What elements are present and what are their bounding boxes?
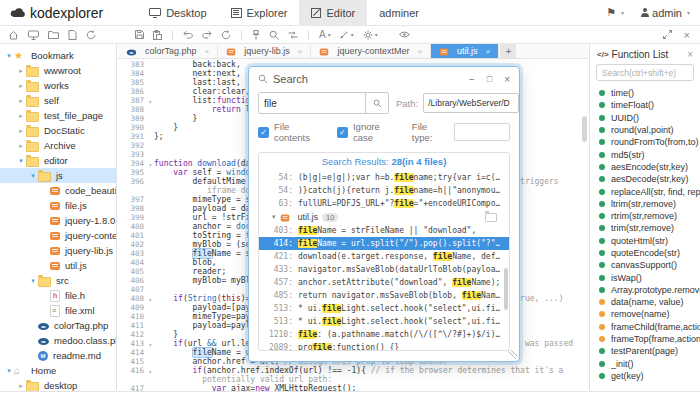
line-number[interactable]: 394▾ — [118, 159, 154, 168]
tree-item-src[interactable]: ▾src — [0, 273, 116, 288]
line-number[interactable]: 399 — [118, 213, 154, 222]
function-item[interactable]: ltrim(str,remove) — [599, 198, 700, 210]
home-icon[interactable] — [8, 30, 19, 40]
code-line-wrap[interactable]: potentially valid url path: — [118, 375, 588, 384]
line-number[interactable]: 388 — [118, 105, 154, 114]
line-number[interactable]: 411 — [118, 321, 154, 330]
caret-down-icon[interactable]: ▾ — [4, 367, 14, 375]
result-row-513[interactable]: 513:* ui.fileLight.select.hook("select",… — [259, 302, 509, 315]
line-number[interactable]: 409 — [118, 303, 154, 312]
dialog-title-bar[interactable]: Search − □ × — [249, 67, 519, 91]
line-number[interactable]: 404 — [118, 258, 154, 267]
caret-right-icon[interactable]: ▸ — [16, 97, 26, 105]
tree-item-js[interactable]: ▾js — [0, 168, 116, 183]
function-item[interactable]: rtrim(str,remove) — [599, 210, 700, 222]
close-tab-icon[interactable]: × — [298, 47, 303, 56]
line-number[interactable]: 407 — [118, 285, 154, 294]
path-input[interactable] — [423, 93, 519, 113]
window-button-editor[interactable]: Editor — [299, 0, 367, 26]
line-number[interactable]: 384 — [118, 69, 154, 78]
line-number[interactable]: 387▾ — [118, 96, 154, 105]
result-group-util.js[interactable]: ▾util.js10 — [259, 210, 509, 224]
function-item[interactable]: md5(str) — [599, 148, 700, 160]
caret-right-icon[interactable]: ▸ — [16, 112, 26, 120]
function-item[interactable]: trim(str,remove) — [599, 222, 700, 234]
tree-item-editor[interactable]: ▾editor — [0, 153, 116, 168]
tree-item-works[interactable]: ▸works — [0, 78, 116, 93]
line-number[interactable]: 410 — [118, 312, 154, 321]
redo-icon[interactable] — [202, 30, 212, 39]
user-menu-button[interactable]: admin ▾ — [640, 7, 690, 19]
tree-item-jquery-contextM[interactable]: jquery-contextM — [0, 228, 116, 243]
result-row-63[interactable]: 63:fullURL=PDFJS_URL+"?file="+encodeURIC… — [259, 197, 509, 210]
window-button-explorer[interactable]: Explorer — [219, 0, 300, 26]
undo-icon[interactable] — [183, 30, 193, 39]
line-number[interactable]: 412 — [118, 330, 154, 339]
tree-item-file.h[interactable]: file.h — [0, 288, 116, 303]
function-item[interactable]: time() — [599, 87, 700, 99]
function-item[interactable]: isWap() — [599, 271, 700, 283]
line-number[interactable]: 390 — [118, 123, 154, 132]
tab-jquery-contextMer[interactable]: jquery-contextMer× — [311, 44, 431, 58]
function-item[interactable]: data(name, value) — [599, 296, 700, 308]
tree-item-medoo.class.php[interactable]: medoo.class.php — [0, 333, 116, 348]
function-search-input[interactable] — [596, 64, 694, 81]
caret-down-icon[interactable]: ▾ — [16, 157, 26, 165]
tree-item-Archive[interactable]: ▸Archive — [0, 138, 116, 153]
tree-item-file.xml[interactable]: file.xml — [0, 303, 116, 318]
line-number[interactable]: 383 — [118, 60, 154, 69]
code-line-416[interactable]: 416▾ if(anchor.href.indexOf(url) !== -1)… — [118, 366, 588, 375]
line-number[interactable]: 385 — [118, 78, 154, 87]
result-row-403[interactable]: 403:fileName = strFileName || "download"… — [259, 224, 509, 237]
result-row-414[interactable]: 414:fileName = url.split("/").pop().spli… — [259, 237, 509, 250]
resize-handle[interactable] — [508, 350, 517, 359]
reload-icon[interactable] — [221, 30, 231, 40]
search-go-button[interactable] — [365, 93, 388, 113]
minimize-icon[interactable]: − — [469, 74, 475, 85]
function-item[interactable]: frameChild(frame,action) — [599, 321, 700, 333]
caret-right-icon[interactable]: ▸ — [16, 67, 26, 75]
caret-right-icon[interactable]: ▸ — [16, 382, 26, 390]
line-number[interactable]: 396 — [118, 177, 154, 186]
new-file-icon[interactable] — [68, 30, 77, 40]
result-row-513[interactable]: 513:* ui.fileLight.select.hook("select",… — [259, 315, 509, 328]
function-item[interactable]: quoteEncode(str) — [599, 247, 700, 259]
caret-right-icon[interactable]: ▸ — [16, 142, 26, 150]
function-item[interactable]: frameTop(frame,action) — [599, 333, 700, 345]
window-button-desktop[interactable]: Desktop — [137, 0, 218, 26]
caret-right-icon[interactable]: ▸ — [16, 82, 26, 90]
results-scrollbar[interactable] — [504, 268, 508, 310]
line-number[interactable] — [118, 375, 154, 384]
close-panel-icon[interactable]: × — [687, 49, 693, 60]
line-number[interactable]: 389 — [118, 114, 154, 123]
caret-down-icon[interactable]: ▾ — [4, 52, 14, 60]
close-tab-icon[interactable]: × — [417, 47, 422, 56]
paste-icon[interactable] — [153, 30, 162, 40]
goto-icon[interactable] — [288, 31, 298, 39]
fullscreen-icon[interactable] — [663, 30, 672, 39]
line-number[interactable]: 386 — [118, 87, 154, 96]
search-query-input[interactable] — [259, 93, 365, 113]
function-item[interactable]: testParent(page) — [599, 345, 700, 357]
tree-item-file.js[interactable]: file.js — [0, 198, 116, 213]
font-size-button[interactable]: A▾ — [319, 29, 331, 40]
open-folder-icon[interactable] — [48, 30, 59, 39]
line-number[interactable]: 392 — [118, 141, 154, 150]
result-row-457[interactable]: 457:anchor.setAttribute("download", file… — [259, 276, 509, 289]
tree-item-code_beautify.js[interactable]: code_beautify.js — [0, 183, 116, 198]
result-row-1210[interactable]: 1210:file: (a.pathname.match(/\/([^\/?#]… — [259, 328, 509, 341]
function-item[interactable]: UUID() — [599, 112, 700, 124]
result-row-421[interactable]: 421:download(e.target.response, fileName… — [259, 250, 509, 263]
caret-down-icon[interactable]: ▾ — [272, 213, 276, 221]
result-row-54[interactable]: 54:(b|g|=e|g|);var h=b.filename;try{var … — [259, 171, 509, 184]
caret-down-icon[interactable]: ▾ — [28, 277, 38, 285]
search-icon[interactable] — [269, 30, 279, 40]
function-item[interactable]: replaceAll(str, find, replace… — [599, 185, 700, 197]
pin-icon[interactable] — [252, 30, 260, 40]
line-number[interactable]: 398 — [118, 204, 154, 213]
function-item[interactable]: timeFloat() — [599, 99, 700, 111]
function-item[interactable]: canvasSupport() — [599, 259, 700, 271]
line-number[interactable]: 402 — [118, 240, 154, 249]
window-button-adminer[interactable]: adminer — [367, 0, 431, 26]
tree-item-self[interactable]: ▸self — [0, 93, 116, 108]
